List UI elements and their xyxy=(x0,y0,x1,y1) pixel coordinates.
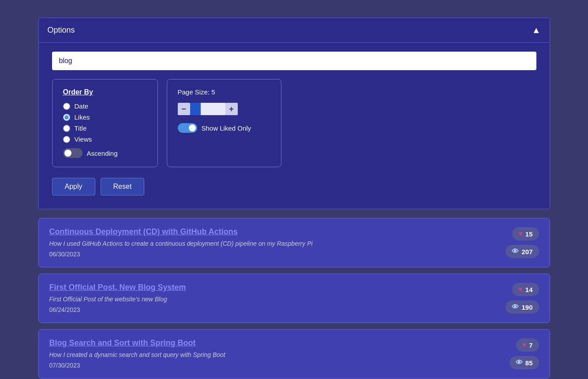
search-input[interactable] xyxy=(52,52,536,70)
page-size-slider-row: − + xyxy=(178,103,270,115)
eye-icon-0: 👁 xyxy=(512,248,519,255)
radio-views[interactable]: Views xyxy=(63,135,147,143)
page-size-label-prefix: Page Size: xyxy=(178,88,210,96)
radio-views-label: Views xyxy=(75,135,92,143)
blog-card-left-2: Blog Search and Sort with Spring Boot Ho… xyxy=(49,338,504,369)
ascending-label: Ascending xyxy=(87,150,118,157)
collapse-icon: ▲ xyxy=(532,25,541,35)
likes-count-0: 15 xyxy=(525,230,533,238)
blog-card-date-1: 06/24/2023 xyxy=(49,306,504,313)
likes-count-1: 14 xyxy=(525,286,533,293)
radio-date-label: Date xyxy=(75,102,89,110)
heart-icon-1: ♥ xyxy=(518,285,523,293)
show-liked-slider xyxy=(178,123,197,133)
blog-card-2[interactable]: Blog Search and Sort with Spring Boot Ho… xyxy=(38,329,550,379)
apply-button[interactable]: Apply xyxy=(52,178,95,195)
blog-card-0[interactable]: Continuous Deployment (CD) with GitHub A… xyxy=(38,218,550,267)
ascending-slider xyxy=(63,148,82,158)
likes-badge-2: ♥ 7 xyxy=(516,338,539,352)
radio-likes-input[interactable] xyxy=(63,114,70,121)
blog-posts-list: Continuous Deployment (CD) with GitHub A… xyxy=(38,218,550,379)
ascending-toggle[interactable] xyxy=(63,148,82,158)
blog-card-left-1: First Official Post, New Blog System Fir… xyxy=(49,283,504,313)
reset-button[interactable]: Reset xyxy=(101,178,145,195)
blog-card-stats-2: ♥ 7 👁 85 xyxy=(504,338,539,369)
blog-card-stats-0: ♥ 15 👁 207 xyxy=(504,227,539,258)
views-count-1: 190 xyxy=(521,304,532,311)
blog-card-title-1[interactable]: First Official Post, New Blog System xyxy=(49,283,504,292)
blog-card-stats-1: ♥ 14 👁 190 xyxy=(504,283,539,314)
blog-card-date-0: 06/30/2023 xyxy=(49,251,504,258)
views-count-2: 85 xyxy=(525,359,533,367)
blog-card-1[interactable]: First Official Post, New Blog System Fir… xyxy=(38,274,550,323)
radio-date[interactable]: Date xyxy=(63,102,147,110)
blog-card-description-0: How I used GitHub Actions to create a co… xyxy=(49,240,504,247)
options-title: Options xyxy=(48,26,75,35)
views-badge-1: 👁 190 xyxy=(506,300,539,314)
blog-card-title-2[interactable]: Blog Search and Sort with Spring Boot xyxy=(49,338,504,348)
stepper-increment[interactable]: + xyxy=(225,103,238,115)
likes-badge-0: ♥ 15 xyxy=(512,227,539,240)
blog-card-title-0[interactable]: Continuous Deployment (CD) with GitHub A… xyxy=(49,227,504,236)
heart-icon-2: ♥ xyxy=(522,341,527,349)
radio-views-input[interactable] xyxy=(63,136,70,143)
heart-icon-0: ♥ xyxy=(518,230,523,238)
show-liked-toggle[interactable] xyxy=(178,123,197,133)
page-size-value: 5 xyxy=(211,88,215,96)
eye-icon-1: 👁 xyxy=(512,303,519,311)
ascending-row: Ascending xyxy=(63,148,147,158)
show-liked-label: Show Liked Only xyxy=(202,124,251,132)
blog-card-description-1: First Official Post of the website's new… xyxy=(49,296,504,303)
likes-count-2: 7 xyxy=(529,341,532,349)
stepper-decrement[interactable]: − xyxy=(178,103,190,115)
main-container: Options ▲ Order By Date xyxy=(38,18,550,379)
views-badge-0: 👁 207 xyxy=(506,245,539,258)
blog-card-left-0: Continuous Deployment (CD) with GitHub A… xyxy=(49,227,504,258)
views-badge-2: 👁 85 xyxy=(509,356,539,369)
radio-title-input[interactable] xyxy=(63,125,70,132)
search-wrapper xyxy=(52,52,536,70)
radio-likes-label: Likes xyxy=(75,113,90,121)
blog-card-date-2: 07/30/2023 xyxy=(49,362,504,369)
order-by-box: Order By Date Likes Title xyxy=(52,79,158,167)
stepper-track xyxy=(190,103,225,115)
eye-icon-2: 👁 xyxy=(516,359,523,367)
radio-date-input[interactable] xyxy=(63,103,70,110)
order-by-radio-group: Date Likes Title Views xyxy=(63,102,147,143)
views-count-0: 207 xyxy=(521,248,532,255)
action-buttons: Apply Reset xyxy=(52,178,536,195)
stepper-fill xyxy=(190,103,201,115)
order-by-title: Order By xyxy=(63,88,147,96)
filters-row: Order By Date Likes Title xyxy=(52,79,536,167)
page-size-box: Page Size: 5 − + xyxy=(167,79,281,167)
options-header[interactable]: Options ▲ xyxy=(39,18,550,43)
options-panel: Options ▲ Order By Date xyxy=(38,18,550,209)
radio-title[interactable]: Title xyxy=(63,124,147,132)
options-body: Order By Date Likes Title xyxy=(39,43,550,209)
page-size-stepper: − + xyxy=(178,103,238,115)
radio-likes[interactable]: Likes xyxy=(63,113,147,121)
blog-card-description-2: How I created a dynamic search and sort … xyxy=(49,351,504,358)
show-liked-row: Show Liked Only xyxy=(178,123,270,133)
likes-badge-1: ♥ 14 xyxy=(512,283,539,296)
radio-title-label: Title xyxy=(75,124,87,132)
page-size-label: Page Size: 5 xyxy=(178,88,270,96)
